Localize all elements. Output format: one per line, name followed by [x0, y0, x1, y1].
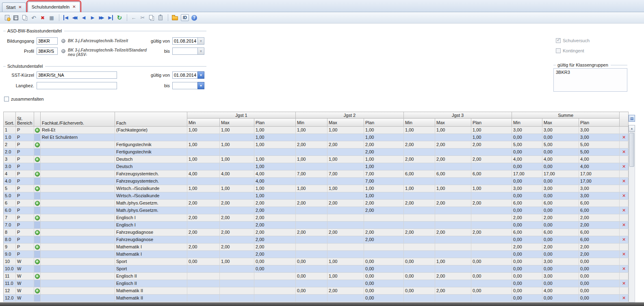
cell-value[interactable]: 2,00 — [364, 229, 404, 236]
cell-value[interactable]: 2,00 — [435, 273, 471, 280]
cell-value[interactable] — [364, 251, 404, 258]
cell-value[interactable] — [327, 163, 364, 170]
col-header-plan[interactable]: Plan — [471, 119, 512, 127]
table-row-9.0[interactable]: 9.0PMathematik I2,000,000,002,00✕ — [4, 251, 629, 258]
cell-value[interactable] — [364, 222, 404, 229]
nav-next-fast-button[interactable]: ▶▶ — [98, 14, 106, 22]
cell-value[interactable]: 2,00 — [254, 207, 296, 214]
cell-value[interactable] — [296, 236, 327, 244]
cell-value[interactable]: 2,00 — [364, 236, 404, 244]
cell-value[interactable]: 2,00 — [187, 229, 220, 236]
add-fach-button[interactable]: + — [35, 215, 40, 220]
cell-value[interactable] — [296, 207, 327, 214]
delete-row-button[interactable]: ✕ — [622, 208, 626, 213]
scrollbar-up-button[interactable]: ▲ — [629, 125, 635, 131]
cell-value[interactable]: 1,00 — [254, 127, 296, 134]
cell-value[interactable] — [404, 149, 435, 156]
table-row-10.0[interactable]: 10.0WSport0,000,000,000,000,00✕ — [4, 265, 629, 273]
delete-row-button[interactable]: ✕ — [622, 266, 626, 271]
cell-value[interactable]: 2,00 — [254, 229, 296, 236]
cell-value[interactable]: 1,00 — [220, 156, 254, 163]
cell-value[interactable]: 0,00 — [579, 258, 620, 265]
cell-value[interactable] — [296, 134, 327, 141]
cell-value[interactable]: 2,00 — [364, 207, 404, 214]
cell-value[interactable] — [435, 280, 471, 287]
cell-value[interactable]: 1,00 — [435, 127, 471, 134]
tab-start[interactable]: Start ✕ — [2, 2, 26, 12]
cell-value[interactable] — [327, 280, 364, 287]
vertical-scrollbar[interactable] — [629, 131, 635, 302]
cell-value[interactable] — [471, 222, 512, 229]
cell-value[interactable]: 1,00 — [254, 141, 296, 149]
cell-value[interactable] — [187, 222, 220, 229]
delete-row-button[interactable]: ✕ — [622, 295, 626, 300]
table-row-11[interactable]: 11W+Englisch II0,001,000,000,002,000,000… — [4, 273, 629, 280]
cell-value[interactable]: 4,00 — [579, 163, 620, 170]
cell-value[interactable] — [404, 134, 435, 141]
cell-value[interactable] — [220, 287, 254, 295]
cell-value[interactable]: 0,00 — [512, 280, 542, 287]
cell-value[interactable]: 2,00 — [579, 214, 620, 222]
sst-bis-input[interactable] — [172, 82, 197, 89]
cell-value[interactable]: 4,00 — [254, 178, 296, 185]
cell-value[interactable]: 0,00 — [471, 273, 512, 280]
cell-value[interactable]: 1,00 — [187, 141, 220, 149]
cell-value[interactable]: 0,00 — [364, 280, 404, 287]
cell-value[interactable] — [220, 236, 254, 244]
cell-value[interactable]: 1,00 — [296, 127, 327, 134]
add-fach-button[interactable]: + — [35, 259, 40, 264]
cell-value[interactable]: 2,00 — [512, 244, 542, 251]
cell-value[interactable] — [435, 295, 471, 302]
col-header-fach[interactable]: Fach — [115, 112, 187, 127]
table-row-3.0[interactable]: 3.0PDeutsch1,001,000,000,004,00✕ — [4, 163, 629, 170]
table-row-12.0[interactable]: 12.0WMathematik II0,000,000,000,00✕ — [4, 295, 629, 302]
cell-value[interactable]: 0,00 — [542, 251, 579, 258]
cell-value[interactable] — [435, 222, 471, 229]
cell-value[interactable]: 3,00 — [542, 185, 579, 192]
cell-value[interactable]: 2,00 — [579, 251, 620, 258]
cell-value[interactable]: 1,00 — [364, 185, 404, 192]
cell-value[interactable] — [296, 149, 327, 156]
cell-value[interactable] — [327, 236, 364, 244]
cell-value[interactable]: 1,00 — [327, 127, 364, 134]
cell-value[interactable]: 4,00 — [512, 156, 542, 163]
cell-value[interactable] — [296, 178, 327, 185]
cell-value[interactable] — [435, 134, 471, 141]
calendar-dropdown-icon[interactable]: ▼ — [197, 37, 204, 45]
sst-kuerzel-input[interactable] — [37, 71, 117, 79]
table-row-10[interactable]: 10W+Sport0,001,000,000,001,000,000,001,0… — [4, 258, 629, 265]
cell-value[interactable]: 3,00 — [542, 258, 579, 265]
table-row-7[interactable]: 7P+Englisch I2,002,002,002,002,002,00 — [4, 214, 629, 222]
cell-value[interactable] — [296, 265, 327, 273]
table-row-1[interactable]: 1P+Reli-Et(Fachkategorie)1,001,001,001,0… — [4, 127, 629, 134]
cell-value[interactable] — [404, 265, 435, 273]
cell-value[interactable]: 3,00 — [579, 127, 620, 134]
delete-record-button[interactable]: ✖ — [39, 14, 47, 22]
cell-value[interactable]: 1,00 — [471, 127, 512, 134]
cell-value[interactable] — [187, 236, 220, 244]
cell-value[interactable]: 2,00 — [187, 200, 220, 207]
cell-value[interactable]: 2,00 — [296, 229, 327, 236]
cell-value[interactable]: 7,00 — [364, 178, 404, 185]
add-fach-button[interactable]: + — [35, 289, 40, 293]
cell-value[interactable] — [327, 178, 364, 185]
cell-value[interactable]: 0,00 — [296, 287, 327, 295]
cell-value[interactable]: 1,00 — [254, 156, 296, 163]
cell-value[interactable] — [220, 149, 254, 156]
cell-value[interactable]: 3,00 — [512, 127, 542, 134]
cell-value[interactable]: 2,00 — [327, 287, 364, 295]
delete-row-button[interactable]: ✕ — [622, 237, 626, 242]
cell-value[interactable] — [327, 244, 364, 251]
cell-value[interactable]: 6,00 — [579, 207, 620, 214]
cell-value[interactable] — [435, 163, 471, 170]
cell-value[interactable] — [404, 251, 435, 258]
delete-row-button[interactable]: ✕ — [622, 135, 626, 140]
table-row-7.0[interactable]: 7.0PEnglisch I2,000,000,002,00✕ — [4, 222, 629, 229]
cell-value[interactable]: 2,00 — [579, 222, 620, 229]
delete-row-button[interactable]: ✕ — [622, 222, 626, 227]
cell-value[interactable] — [404, 207, 435, 214]
cell-value[interactable] — [187, 280, 220, 287]
zusammenfalten-checkbox[interactable]: zusammenfalten — [4, 97, 44, 101]
cell-value[interactable]: 0,00 — [512, 258, 542, 265]
delete-row-button[interactable]: ✕ — [622, 179, 626, 183]
